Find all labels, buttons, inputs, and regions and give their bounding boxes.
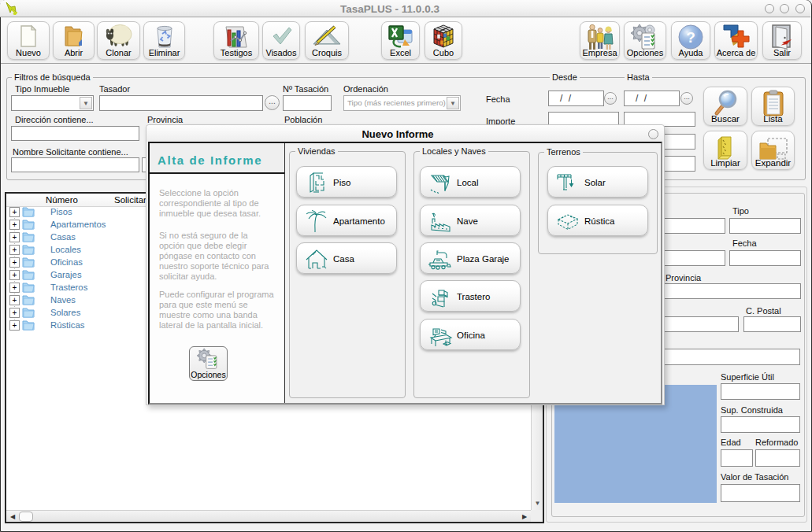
svg-text:?: ?	[686, 29, 695, 46]
